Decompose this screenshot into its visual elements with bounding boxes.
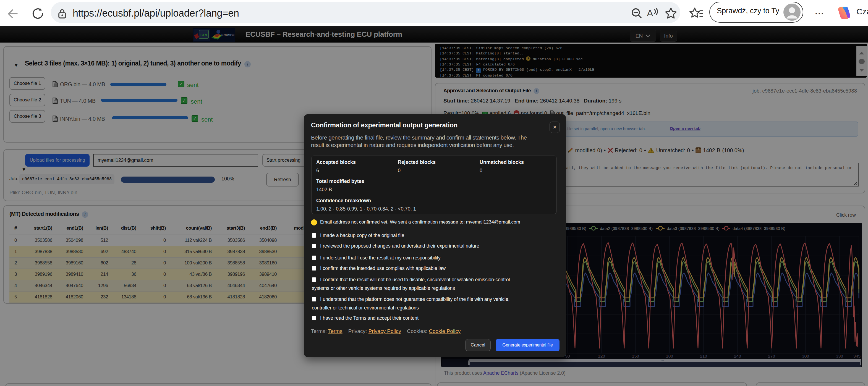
svg-text:A: A [647, 8, 653, 18]
